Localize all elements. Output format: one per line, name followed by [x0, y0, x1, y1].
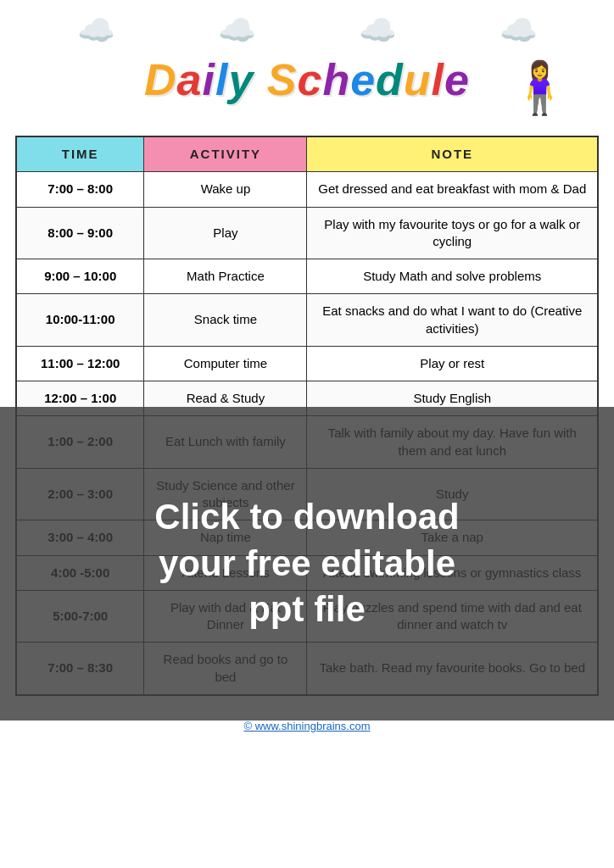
cloud-icon-3: ☁️ [359, 15, 397, 46]
cell-activity: Math Practice [144, 259, 307, 294]
cloud-icon-2: ☁️ [218, 15, 256, 46]
header: ☁️ ☁️ ☁️ ☁️ Daily Schedule 🧍‍♀️ [0, 0, 614, 136]
cell-activity: Computer time [144, 346, 307, 381]
cell-time: 10:00-11:00 [16, 294, 144, 347]
table-row: 11:00 – 12:00Computer timePlay or rest [16, 346, 598, 381]
header-time: TIME [16, 136, 144, 172]
cell-note: Study Math and solve problems [307, 259, 598, 294]
cell-time: 9:00 – 10:00 [16, 259, 144, 294]
title-row: Daily Schedule 🧍‍♀️ [17, 54, 597, 105]
table-header-row: TIME ACTIVITY NOTE [16, 136, 598, 172]
cloud-icon-4: ☁️ [500, 15, 538, 46]
table-row: 8:00 – 9:00PlayPlay with my favourite to… [16, 207, 598, 259]
table-row: 9:00 – 10:00Math PracticeStudy Math and … [16, 259, 598, 294]
cell-note: Play or rest [307, 346, 598, 381]
cloud-icon-1: ☁️ [77, 15, 115, 46]
girl-figure-icon: 🧍‍♀️ [508, 63, 572, 114]
cell-activity: Play [144, 207, 307, 259]
cell-note: Play with my favourite toys or go for a … [307, 207, 598, 259]
clouds-row: ☁️ ☁️ ☁️ ☁️ [17, 15, 597, 46]
cell-time: 8:00 – 9:00 [16, 207, 144, 259]
table-row: 7:00 – 8:00Wake upGet dressed and eat br… [16, 172, 598, 207]
download-overlay[interactable]: Click to downloadyour free editableppt f… [0, 407, 614, 721]
cell-activity: Snack time [144, 294, 307, 347]
cell-note: Get dressed and eat breakfast with mom &… [307, 172, 598, 207]
header-note: NOTE [307, 136, 598, 172]
header-activity: ACTIVITY [144, 136, 307, 172]
cell-note: Eat snacks and do what I want to do (Cre… [307, 294, 598, 347]
cell-time: 7:00 – 8:00 [16, 172, 144, 207]
cell-activity: Wake up [144, 172, 307, 207]
cell-time: 11:00 – 12:00 [16, 346, 144, 381]
schedule-table-wrapper: TIME ACTIVITY NOTE 7:00 – 8:00Wake upGet… [0, 136, 614, 713]
page-title: Daily Schedule [144, 54, 470, 105]
overlay-text: Click to downloadyour free editableppt f… [120, 477, 493, 650]
footer-url[interactable]: © www.shiningbrains.com [243, 720, 370, 732]
page-wrapper: ☁️ ☁️ ☁️ ☁️ Daily Schedule 🧍‍♀️ TIME ACT… [0, 0, 614, 739]
table-row: 10:00-11:00Snack timeEat snacks and do w… [16, 294, 598, 347]
